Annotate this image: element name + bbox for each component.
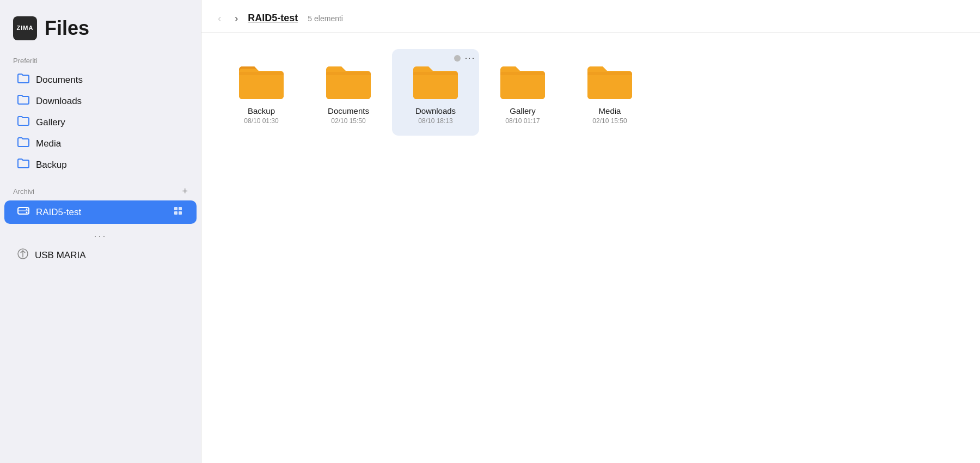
raid-label: RAID5-test [36, 207, 81, 218]
app-logo: ZI MA [13, 16, 37, 40]
svg-rect-6 [174, 211, 177, 215]
sidebar-item-downloads-label: Downloads [36, 96, 82, 107]
forward-button[interactable]: › [231, 10, 242, 27]
folder-media-date: 02/10 15:50 [592, 117, 627, 125]
context-menu-icon[interactable]: ⋮ [465, 53, 475, 63]
folder-backup-date: 08/10 01:30 [244, 117, 278, 125]
svg-point-2 [26, 209, 28, 210]
folder-documents-date: 02/10 15:50 [331, 117, 365, 125]
folder-icon-media [17, 137, 29, 150]
sidebar-item-gallery-label: Gallery [36, 117, 65, 128]
folder-media-name: Media [599, 106, 621, 115]
sidebar-header: ZI MA Files [0, 11, 201, 57]
sidebar-item-documents-label: Documents [36, 75, 83, 86]
sidebar-item-documents[interactable]: Documents [4, 69, 197, 90]
add-archive-button[interactable]: + [182, 186, 188, 196]
usb-icon [17, 248, 28, 262]
folder-grid: Backup 08/10 01:30 Documents 02/10 15:50… [201, 33, 980, 152]
more-drives-dots: ... [0, 224, 201, 244]
folder-item-gallery[interactable]: Gallery 08/10 01:17 [479, 49, 566, 136]
folder-icon-media [585, 60, 634, 101]
folder-icon [17, 74, 29, 86]
folder-item-documents[interactable]: Documents 02/10 15:50 [305, 49, 392, 136]
sidebar: ZI MA Files Preferiti Documents Download… [0, 0, 201, 463]
item-count: 5 elementi [308, 14, 343, 23]
svg-rect-5 [179, 207, 182, 210]
svg-rect-1 [18, 210, 29, 211]
svg-rect-4 [174, 207, 177, 210]
archivi-section: Archivi + [0, 180, 201, 200]
folder-icon-gallery [17, 116, 29, 129]
sidebar-item-media-label: Media [36, 138, 61, 149]
folder-downloads-date: 08/10 18:13 [418, 117, 452, 125]
folder-item-media[interactable]: Media 02/10 15:50 [566, 49, 653, 136]
folder-downloads-name: Downloads [415, 106, 456, 115]
preferiti-label: Preferiti [0, 57, 201, 69]
folder-icon-documents [324, 60, 373, 101]
folder-icon-backup [237, 60, 286, 101]
sidebar-item-media[interactable]: Media [4, 133, 197, 154]
folder-gallery-name: Gallery [510, 106, 536, 115]
sidebar-item-backup[interactable]: Backup [4, 154, 197, 175]
folder-documents-name: Documents [328, 106, 369, 115]
folder-gallery-date: 08/10 01:17 [505, 117, 540, 125]
svg-rect-7 [179, 211, 182, 215]
back-button[interactable]: ‹ [215, 10, 225, 27]
archivi-label: Archivi [13, 187, 34, 196]
folder-icon-backup [17, 159, 29, 171]
sidebar-item-backup-label: Backup [36, 160, 67, 170]
sidebar-item-usb[interactable]: USB MARIA [4, 244, 197, 266]
folder-icon-gallery [498, 60, 547, 101]
folder-item-downloads[interactable]: ⋮ Downloads 08/10 18:13 [392, 49, 479, 136]
folder-backup-name: Backup [248, 106, 275, 115]
grid-view-icon[interactable] [174, 206, 183, 218]
topbar: ‹ › RAID5-test 5 elementi [201, 0, 980, 33]
usb-label: USB MARIA [35, 250, 86, 261]
main-content: ‹ › RAID5-test 5 elementi Backup 08/10 0… [201, 0, 980, 463]
folder-item-backup[interactable]: Backup 08/10 01:30 [218, 49, 305, 136]
folder-icon-downloads [17, 95, 29, 107]
folder-icon-downloads [411, 60, 460, 101]
drive-icon [17, 206, 29, 218]
sidebar-item-downloads[interactable]: Downloads [4, 90, 197, 112]
sidebar-item-gallery[interactable]: Gallery [4, 112, 197, 133]
svg-point-3 [26, 212, 28, 214]
sidebar-item-raid5[interactable]: RAID5-test [4, 200, 197, 224]
app-title: Files [45, 17, 89, 40]
breadcrumb[interactable]: RAID5-test [248, 13, 298, 24]
